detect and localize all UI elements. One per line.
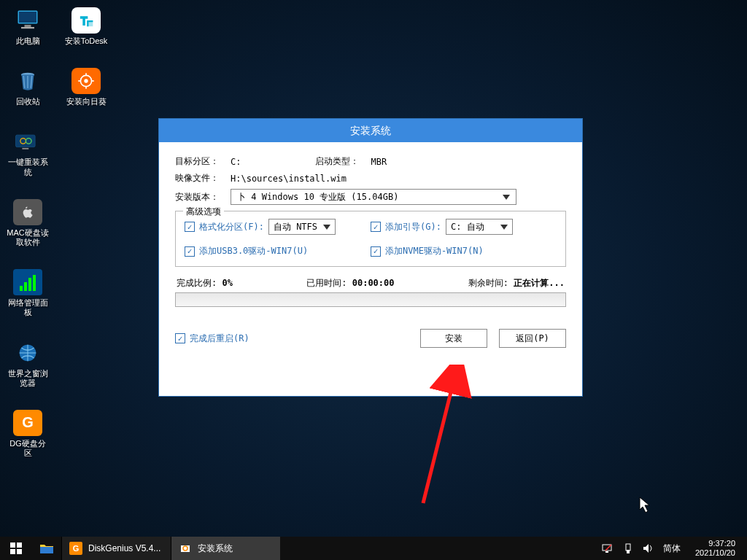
installer-mini-icon [179,542,192,555]
checkbox-icon: ✓ [185,246,195,257]
dg-icon: G [69,542,82,555]
desktop-icon-dg[interactable]: G DG硬盘分区 [6,410,50,458]
svg-rect-14 [22,148,28,149]
opt-usb3[interactable]: ✓ 添加USB3.0驱动-WIN7(U) [185,245,371,257]
progress-labels: 完成比例: 0% 已用时间: 00:00:00 剩余时间: 正在计算... [175,277,566,289]
checkbox-icon: ✓ [185,222,195,232]
todesk-icon [71,7,101,34]
opt-format-label: 格式化分区(F): [199,221,264,233]
opt-nvme-label: 添加NVME驱动-WIN7(N) [385,245,484,257]
opt-nvme[interactable]: ✓ 添加NVME驱动-WIN7(N) [371,245,557,257]
svg-rect-19 [10,549,15,554]
svg-rect-1 [19,12,36,23]
svg-rect-20 [17,549,22,554]
tray-network-icon[interactable] [602,542,614,554]
target-value: C: [231,157,241,167]
taskbar-app-label: DiskGenius V5.4... [88,543,160,553]
taskbar-app-installer[interactable]: 安装系统 [171,537,280,560]
taskbar-app-diskgenius[interactable]: G DiskGenius V5.4... [61,537,171,560]
boot-value: MBR [371,157,387,167]
checkbox-icon: ✓ [371,246,381,257]
boot-label: 启动类型： [315,155,366,168]
desktop-icon-label: 安装向日葵 [66,97,107,106]
opt-restart[interactable]: ✓ 完成后重启(R) [175,332,249,345]
desktop-icon-label: 网络管理面板 [6,298,50,317]
row-image: 映像文件： H:\sources\install.wim [175,172,566,184]
network-icon [13,269,42,295]
svg-rect-28 [626,544,630,551]
clock-date: 2021/10/20 [695,548,735,558]
recycle-icon [13,68,42,94]
desktop-icon-label: 一键重装系统 [6,158,50,176]
onekey-icon [13,128,42,155]
svg-point-6 [84,79,88,82]
checkbox-icon: ✓ [175,333,185,343]
start-button[interactable] [0,537,32,560]
opt-boot[interactable]: ✓ 添加引导(G): C: 自动 [371,219,557,235]
desktop-icon-label: 世界之窗浏览器 [6,369,50,388]
desktop-icon-label: DG硬盘分区 [6,439,50,458]
tray-volume-icon[interactable] [643,542,654,554]
back-button[interactable]: 返回(P) [499,329,566,348]
svg-rect-17 [10,542,15,548]
desktop-icon-mac[interactable]: MAC硬盘读取软件 [6,199,50,247]
desktop-icon-label: MAC硬盘读取软件 [6,228,50,247]
system-tray: 简体 9:37:20 2021/10/20 [596,537,747,560]
desktop-icon-this-pc[interactable]: 此电脑 [6,7,50,46]
desktop: 此电脑 安装ToDesk 回收站 安装向日葵 [0,0,747,537]
progress-bar [175,292,566,307]
install-button[interactable]: 安装 [420,329,487,348]
checkbox-icon: ✓ [371,222,381,232]
svg-rect-18 [17,542,22,548]
installer-title: 安装系统 [159,119,582,142]
footer-row: ✓ 完成后重启(R) 安装 返回(P) [175,329,566,348]
desktop-icon-onekey[interactable]: 一键重装系统 [6,128,50,176]
svg-rect-11 [16,136,36,147]
tray-ime[interactable]: 简体 [663,542,681,555]
advanced-legend: 高级选项 [183,206,224,218]
desktop-icon-recycle[interactable]: 回收站 [6,68,50,106]
desktop-icon-todesk[interactable]: 安装ToDesk [64,7,108,46]
svg-line-16 [423,386,452,503]
tray-clock[interactable]: 9:37:20 2021/10/20 [689,539,741,558]
dg-icon: G [13,410,42,436]
svg-rect-25 [605,551,608,553]
target-label: 目标分区： [175,155,226,168]
taskbar: G DiskGenius V5.4... 安装系统 简体 9:37:20 202… [0,537,747,560]
format-fs-select[interactable]: 自动 NTFS [268,219,336,235]
installer-body: 目标分区： C: 启动类型： MBR 映像文件： H:\sources\inst… [159,142,582,358]
windows-icon [10,542,22,554]
folder-icon [39,542,54,554]
row-version: 安装版本： 卜 4 Windows 10 专业版 (15.04GB) [175,189,566,205]
restart-label: 完成后重启(R) [190,332,249,345]
clock-time: 9:37:20 [695,539,735,548]
taskbar-explorer[interactable] [32,537,61,560]
desktop-icon-label: 回收站 [16,97,40,106]
taskbar-app-label: 安装系统 [198,542,233,555]
desktop-icon-label: 安装ToDesk [65,36,108,46]
version-select[interactable]: 卜 4 Windows 10 专业版 (15.04GB) [231,189,516,205]
installer-window: 安装系统 目标分区： C: 启动类型： MBR 映像文件： H:\sources… [159,119,582,396]
svg-line-26 [605,545,611,551]
cursor-icon [639,497,652,514]
opt-format[interactable]: ✓ 格式化分区(F): 自动 NTFS [185,219,371,235]
mac-icon [13,199,42,225]
chevron-down-icon [323,225,330,230]
image-value: H:\sources\install.wim [231,174,347,184]
globe-icon [13,340,42,366]
image-label: 映像文件： [175,172,226,184]
svg-rect-21 [40,547,53,553]
row-target: 目标分区： C: 启动类型： MBR [175,155,566,168]
desktop-icon-sunflower[interactable]: 安装向日葵 [64,68,108,106]
svg-rect-2 [25,25,31,27]
desktop-icon-network[interactable]: 网络管理面板 [6,269,50,317]
desktop-icon-label: 此电脑 [16,36,40,46]
tray-usb-icon[interactable] [622,542,634,554]
svg-rect-3 [21,27,34,28]
opt-boot-label: 添加引导(G): [385,221,441,233]
chevron-down-icon [500,225,508,230]
pc-icon [13,7,42,34]
boot-drive-select[interactable]: C: 自动 [446,219,513,235]
desktop-icon-browser[interactable]: 世界之窗浏览器 [6,340,50,388]
version-label: 安装版本： [175,191,226,203]
